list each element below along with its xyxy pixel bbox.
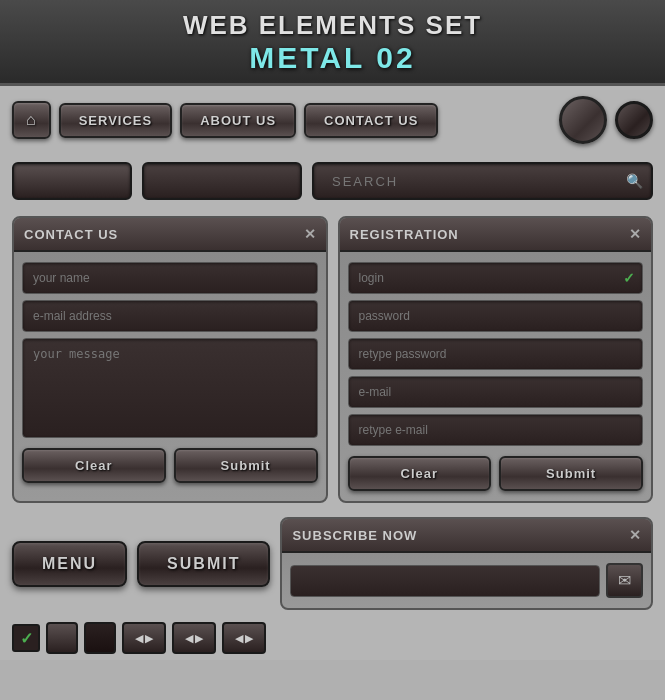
check-mark: ✓ (20, 629, 33, 648)
main-content: CONTACT US ✕ Clear Submit REGISTRATION ✕… (0, 208, 665, 511)
header-title: WEB ELEMENTS SET (0, 10, 665, 41)
prev-icon-3: ◀ (235, 632, 243, 645)
prev-icon: ◀ (135, 632, 143, 645)
reg-submit-button[interactable]: Submit (499, 456, 643, 491)
prev-icon-2: ◀ (185, 632, 193, 645)
icon-bar: ✓ ◀ ▶ ◀ ▶ ◀ ▶ (0, 616, 665, 660)
services-button[interactable]: SERVICES (59, 103, 173, 138)
navbar: ⌂ SERVICES ABOUT US CONTACT US (0, 86, 665, 154)
contact-clear-button[interactable]: Clear (22, 448, 166, 483)
nav-round-small-button[interactable] (615, 101, 653, 139)
next-icon-2: ▶ (195, 632, 203, 645)
contact-panel-body: Clear Submit (14, 252, 326, 493)
registration-panel-close[interactable]: ✕ (629, 226, 641, 242)
contact-panel-title: CONTACT US (24, 227, 118, 242)
contact-email-input[interactable] (22, 300, 318, 332)
reg-email-input[interactable] (348, 376, 644, 408)
square-icon-2 (84, 622, 116, 654)
square-icon-1[interactable] (46, 622, 78, 654)
password-input[interactable] (348, 300, 644, 332)
contact-nav-button[interactable]: CONTACT US (304, 103, 438, 138)
registration-panel-title: REGISTRATION (350, 227, 459, 242)
checkbox-icon[interactable]: ✓ (12, 624, 40, 652)
bottom-bar: MENU SUBMIT SUBSCRIBE NOW ✕ ✉ (0, 511, 665, 616)
contact-message-input[interactable] (22, 338, 318, 438)
reg-btn-row: Clear Submit (348, 456, 644, 491)
nav-round-button[interactable] (559, 96, 607, 144)
retype-password-input[interactable] (348, 338, 644, 370)
about-button[interactable]: ABOUT US (180, 103, 296, 138)
home-icon: ⌂ (26, 111, 37, 128)
mid-box-center (142, 162, 302, 200)
login-field-row: ✓ (348, 262, 644, 294)
contact-submit-button[interactable]: Submit (174, 448, 318, 483)
search-bar: 🔍 (312, 162, 653, 200)
registration-panel: REGISTRATION ✕ ✓ Clear Submit (338, 216, 654, 503)
reg-clear-button[interactable]: Clear (348, 456, 492, 491)
search-input[interactable] (322, 166, 626, 197)
contact-btn-row: Clear Submit (22, 448, 318, 483)
mid-box-left (12, 162, 132, 200)
login-check-icon: ✓ (623, 270, 635, 286)
next-icon-3: ▶ (245, 632, 253, 645)
prev-next-icon-3[interactable]: ◀ ▶ (222, 622, 266, 654)
home-button[interactable]: ⌂ (12, 101, 51, 139)
header: WEB ELEMENTS SET METAL 02 (0, 0, 665, 86)
login-input[interactable] (348, 262, 644, 294)
contact-panel-header: CONTACT US ✕ (14, 218, 326, 252)
next-icon: ▶ (145, 632, 153, 645)
prev-next-icon-1[interactable]: ◀ ▶ (122, 622, 166, 654)
retype-email-input[interactable] (348, 414, 644, 446)
contact-panel: CONTACT US ✕ Clear Submit (12, 216, 328, 503)
submit-big-button[interactable]: SUBMIT (137, 541, 270, 587)
registration-panel-body: ✓ Clear Submit (340, 252, 652, 501)
subscribe-body: ✉ (282, 553, 651, 608)
subscribe-email-input[interactable] (290, 565, 600, 597)
header-subtitle: METAL 02 (0, 41, 665, 75)
contact-panel-close[interactable]: ✕ (304, 226, 316, 242)
menu-button[interactable]: MENU (12, 541, 127, 587)
subscribe-panel-header: SUBSCRIBE NOW ✕ (282, 519, 651, 553)
subscribe-panel: SUBSCRIBE NOW ✕ ✉ (280, 517, 653, 610)
prev-next-icon-2[interactable]: ◀ ▶ (172, 622, 216, 654)
search-icon: 🔍 (626, 173, 643, 189)
registration-panel-header: REGISTRATION ✕ (340, 218, 652, 252)
mail-icon: ✉ (618, 572, 631, 589)
subscribe-panel-title: SUBSCRIBE NOW (292, 528, 417, 543)
contact-name-input[interactable] (22, 262, 318, 294)
subscribe-mail-button[interactable]: ✉ (606, 563, 643, 598)
midbar: 🔍 (0, 154, 665, 208)
subscribe-panel-close[interactable]: ✕ (629, 527, 641, 543)
